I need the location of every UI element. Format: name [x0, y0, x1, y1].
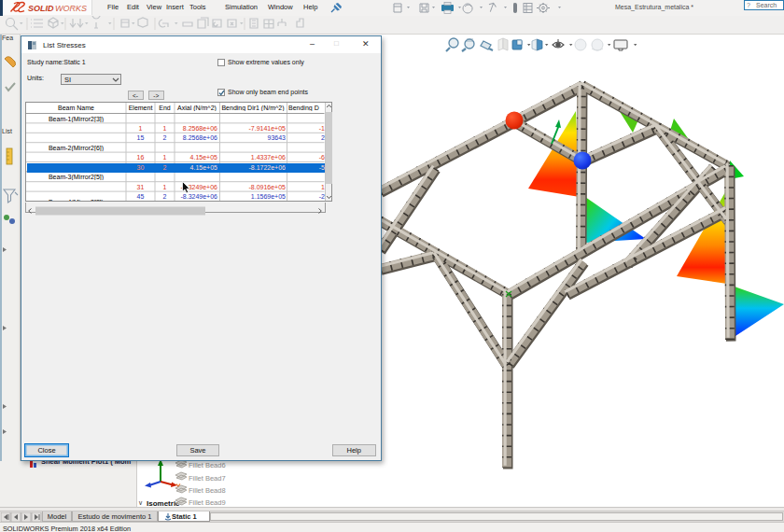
svg-text:Fillet Bead9: Fillet Bead9 — [189, 498, 226, 507]
svg-text:Fillet Bead8: Fillet Bead8 — [189, 486, 226, 495]
svg-text:Fillet Bead7: Fillet Bead7 — [189, 474, 226, 483]
svg-text:Fillet Bead6: Fillet Bead6 — [189, 461, 226, 469]
